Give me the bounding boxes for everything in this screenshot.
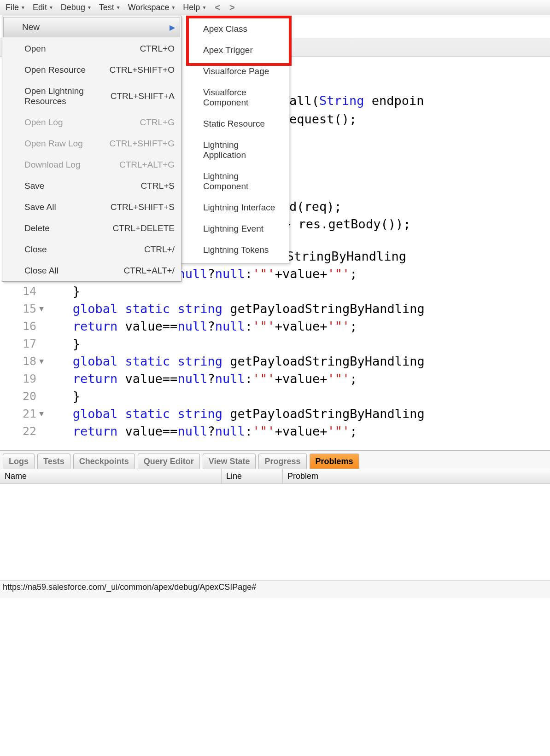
menu-debug-label: Debug bbox=[61, 3, 85, 12]
caret-icon: ▼ bbox=[202, 5, 206, 10]
menu-test-label: Test bbox=[99, 3, 114, 12]
caret-icon: ▼ bbox=[21, 5, 25, 10]
menu-file-label: File bbox=[6, 3, 19, 12]
caret-icon: ▼ bbox=[171, 5, 176, 10]
menu-test[interactable]: Test▼ bbox=[95, 1, 124, 14]
nav-back-button[interactable]: < bbox=[210, 0, 225, 15]
menu-edit[interactable]: Edit▼ bbox=[29, 1, 57, 14]
caret-icon: ▼ bbox=[49, 5, 53, 10]
nav-forward-button[interactable]: > bbox=[225, 0, 240, 15]
menu-help[interactable]: Help▼ bbox=[179, 1, 210, 14]
menu-edit-label: Edit bbox=[33, 3, 47, 12]
menu-workspace[interactable]: Workspace▼ bbox=[124, 1, 180, 14]
menubar: File▼ Edit▼ Debug▼ Test▼ Workspace▼ Help… bbox=[0, 0, 550, 15]
menu-debug[interactable]: Debug▼ bbox=[57, 1, 95, 14]
menu-file[interactable]: File▼ bbox=[2, 1, 29, 14]
menu-workspace-label: Workspace bbox=[128, 3, 170, 12]
menu-help-label: Help bbox=[183, 3, 200, 12]
caret-icon: ▼ bbox=[116, 5, 121, 10]
caret-icon: ▼ bbox=[87, 5, 92, 10]
